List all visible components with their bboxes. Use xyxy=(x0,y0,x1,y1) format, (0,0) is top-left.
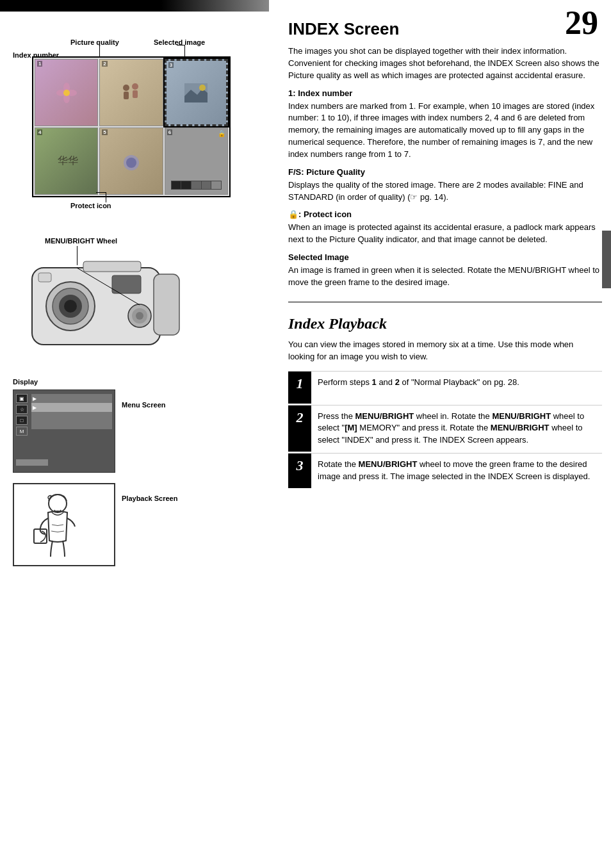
menu-screen-callout: Menu Screen xyxy=(122,395,165,409)
icon-bot: □ xyxy=(16,416,28,425)
right-column: INDEX Screen The images you shot can be … xyxy=(288,19,602,489)
index-screen-title: INDEX Screen xyxy=(288,19,602,39)
icon-m: M xyxy=(16,427,28,436)
si-connector-horiz xyxy=(177,45,185,45)
svg-text:华华: 华华 xyxy=(58,155,78,166)
step-number-1: 1 xyxy=(288,372,311,404)
menu-bright-wheel-label: MENU/BRIGHT Wheel xyxy=(45,237,117,245)
svg-point-5 xyxy=(123,85,129,91)
steps-container: 1 Perform steps 1 and 2 of "Normal Playb… xyxy=(288,371,602,488)
step-row-1: 1 Perform steps 1 and 2 of "Normal Playb… xyxy=(288,371,602,404)
svg-point-7 xyxy=(132,83,138,90)
svg-point-11 xyxy=(199,85,206,91)
right-accent-bar xyxy=(602,231,611,288)
svg-point-14 xyxy=(126,158,136,168)
camera-section: MENU/BRIGHT Wheel xyxy=(13,237,243,365)
section-heading-3: Selected Image xyxy=(288,252,602,262)
svg-rect-6 xyxy=(124,92,129,99)
icon-top: ▣ xyxy=(16,394,28,403)
section-heading-0: 1: Index number xyxy=(288,88,602,98)
camera-svg xyxy=(19,249,199,361)
menu-row-2: ▶ xyxy=(31,403,112,412)
index-screen-intro: The images you shot can be displayed tog… xyxy=(288,45,602,82)
step-text-2: Press the MENU/BRIGHT wheel in. Rotate t… xyxy=(311,405,602,452)
grid-cell-6: 6 🔒 xyxy=(165,127,228,195)
protect-connector-vert xyxy=(106,192,106,202)
display-label: Display xyxy=(13,378,263,386)
step-row-2: 2 Press the MENU/BRIGHT wheel in. Rotate… xyxy=(288,405,602,452)
menu-screen-callout-wrap: Menu Screen xyxy=(122,389,165,409)
menu-area: ▶ ▶ xyxy=(31,394,112,429)
playback-screen-display xyxy=(13,483,115,566)
grid-cell-5: 5 xyxy=(99,127,163,195)
index-playback-intro: You can view the images stored in memory… xyxy=(288,339,602,363)
index-playback-title: Index Playback xyxy=(288,315,602,332)
grid-cell-1: 1 xyxy=(35,59,98,126)
display-icons-left: ▣ ☆ □ M xyxy=(16,394,28,436)
section-body-2: When an image is protected against its a… xyxy=(288,222,602,246)
svg-point-4 xyxy=(63,90,70,96)
step-number-3: 3 xyxy=(288,454,311,488)
section-divider xyxy=(288,302,602,302)
protect-connector-horiz xyxy=(96,192,106,193)
section-heading-2: 🔒: Protect icon xyxy=(288,209,602,219)
picture-quality-label: Picture quality xyxy=(70,38,119,46)
section-body-0: Index numbers are marked from 1. For exa… xyxy=(288,101,602,161)
display-section: Display ▣ ☆ □ M ▶ ▶ xyxy=(13,378,263,566)
svg-rect-20 xyxy=(154,274,179,335)
step-text-3: Rotate the MENU/BRIGHT wheel to move the… xyxy=(311,454,602,488)
step-row-3: 3 Rotate the MENU/BRIGHT wheel to move t… xyxy=(288,453,602,488)
playback-sketch-svg xyxy=(22,489,106,560)
grid-cell-3-selected: 3 xyxy=(165,59,228,126)
step-text-1: Perform steps 1 and 2 of "Normal Playbac… xyxy=(311,372,602,404)
menu-row-1: ▶ xyxy=(31,394,112,403)
svg-rect-8 xyxy=(133,90,138,98)
top-bar xyxy=(0,0,269,12)
svg-rect-27 xyxy=(38,273,51,282)
grid-cell-2: 2 xyxy=(99,59,163,126)
playback-callout-wrap: Playback Screen xyxy=(122,483,177,502)
svg-rect-21 xyxy=(83,261,141,272)
protect-icon-label: Protect icon xyxy=(70,202,111,209)
menu-screen-display: ▣ ☆ □ M ▶ ▶ xyxy=(13,389,115,473)
bottom-bar xyxy=(16,459,48,466)
section-body-1: Displays the quality of the stored image… xyxy=(288,179,602,204)
section-heading-1: F/S: Picture Quality xyxy=(288,167,602,177)
svg-rect-22 xyxy=(112,275,141,293)
index-diagram: Picture quality Index number Selected im… xyxy=(13,38,243,218)
section-body-3: An image is framed in green when it is s… xyxy=(288,265,602,289)
protect-icon-cell: 🔒 xyxy=(218,130,225,137)
playback-screen-row: Playback Screen xyxy=(13,483,263,566)
left-column: Picture quality Index number Selected im… xyxy=(13,19,263,566)
index-grid: 1 2 xyxy=(32,56,231,197)
icon-mid: ☆ xyxy=(16,405,28,414)
step-number-2: 2 xyxy=(288,405,311,452)
menu-screen-row: ▣ ☆ □ M ▶ ▶ xyxy=(13,389,263,473)
grid-cell-4: 4 华华 xyxy=(35,127,98,195)
playback-screen-callout: Playback Screen xyxy=(122,488,177,502)
svg-point-19 xyxy=(64,300,77,313)
svg-point-25 xyxy=(136,312,143,320)
